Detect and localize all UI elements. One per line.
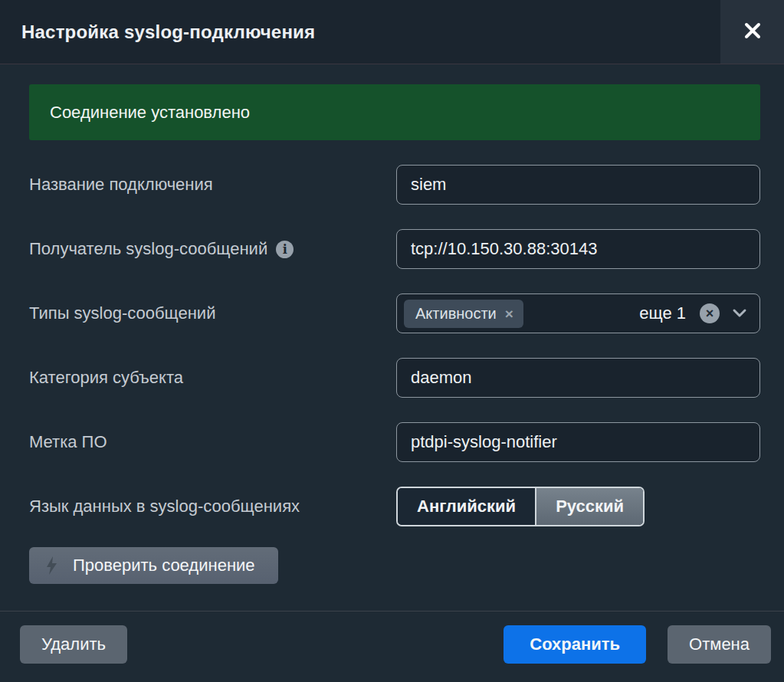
row-connection-name: Название подключения	[29, 165, 760, 205]
save-button[interactable]: Сохранить	[504, 625, 646, 664]
language-option-russian[interactable]: Русский	[536, 488, 643, 525]
row-message-types: Типы syslog-сообщений Активности × еще 1…	[29, 293, 760, 333]
language-label: Язык данных в syslog-сообщениях	[29, 497, 396, 516]
connection-name-label: Название подключения	[29, 175, 396, 195]
chevron-down-icon[interactable]	[732, 308, 747, 319]
connection-name-input[interactable]	[396, 165, 760, 205]
tag-remove-icon[interactable]: ×	[505, 307, 513, 321]
language-option-english[interactable]: Английский	[398, 488, 536, 525]
tag-label: Активности	[415, 305, 497, 323]
subject-category-label: Категория субъекта	[29, 368, 396, 388]
dialog-footer: Удалить Сохранить Отмена	[0, 611, 784, 682]
delete-button[interactable]: Удалить	[20, 625, 127, 664]
selected-tag: Активности ×	[404, 300, 523, 328]
message-types-label: Типы syslog-сообщений	[29, 303, 396, 323]
message-types-multiselect[interactable]: Активности × еще 1 ×	[396, 293, 760, 333]
clear-all-icon[interactable]: ×	[700, 303, 720, 323]
more-tags-count: еще 1	[639, 303, 686, 323]
language-toggle: Английский Русский	[396, 487, 645, 526]
dialog-title: Настройка syslog-подключения	[0, 21, 315, 43]
software-tag-label: Метка ПО	[29, 432, 396, 452]
close-button[interactable]	[720, 0, 784, 64]
info-icon[interactable]: i	[276, 241, 294, 258]
syslog-settings-dialog: Настройка syslog-подключения Соединение …	[0, 0, 784, 682]
receiver-input[interactable]	[396, 229, 760, 269]
check-connection-button[interactable]: Проверить соединение	[29, 547, 278, 584]
software-tag-input[interactable]	[396, 422, 760, 462]
receiver-label: Получатель syslog-сообщений i	[29, 239, 396, 259]
row-subject-category: Категория субъекта	[29, 358, 760, 398]
connection-success-banner: Соединение установлено	[29, 84, 760, 140]
close-icon	[744, 22, 761, 42]
subject-category-input[interactable]	[396, 358, 760, 398]
row-software-tag: Метка ПО	[29, 422, 760, 462]
lightning-icon	[46, 556, 57, 575]
cancel-button[interactable]: Отмена	[668, 625, 771, 664]
dialog-header: Настройка syslog-подключения	[0, 0, 784, 64]
row-language: Язык данных в syslog-сообщениях Английск…	[29, 487, 760, 526]
dialog-body: Соединение установлено Название подключе…	[0, 64, 784, 611]
success-message: Соединение установлено	[50, 103, 250, 123]
row-receiver: Получатель syslog-сообщений i	[29, 229, 760, 269]
